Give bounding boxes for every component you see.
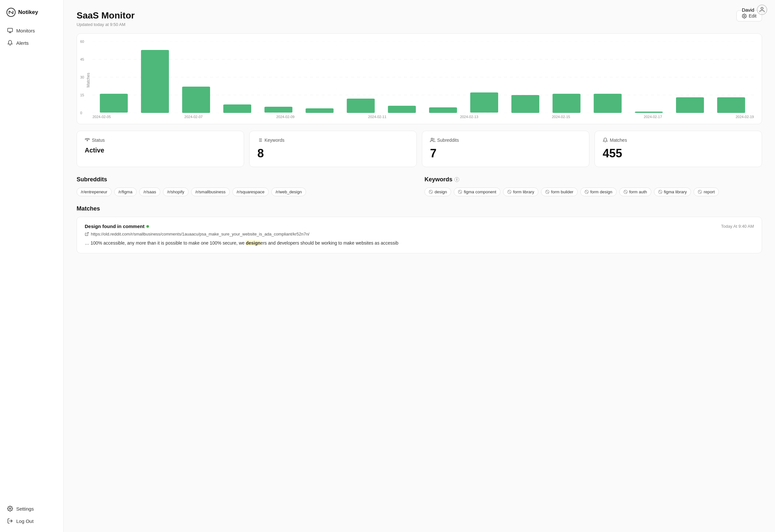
svg-line-26 bbox=[508, 191, 511, 193]
subreddit-tag-6: /r/web_design bbox=[271, 187, 306, 196]
page-header: SaaS Monitor Updated today at 9:50 AM Ed… bbox=[77, 10, 762, 27]
keywords-info-icon[interactable]: i bbox=[454, 177, 459, 182]
keyword-tag-2: form library bbox=[503, 187, 539, 196]
x-label-6: 2024-02-15 bbox=[552, 115, 570, 119]
user-name: David bbox=[742, 7, 754, 13]
bar-5 bbox=[264, 107, 292, 113]
page-subtitle: Updated today at 9:50 AM bbox=[77, 22, 135, 27]
svg-line-24 bbox=[459, 191, 462, 193]
bar-16 bbox=[717, 97, 745, 113]
ban-icon-5 bbox=[624, 190, 628, 194]
stat-label-status: Status bbox=[85, 138, 236, 143]
match-dot-0 bbox=[146, 225, 149, 228]
keywords-tags: design figma component form library form… bbox=[425, 187, 762, 196]
y-tick-45: 45 bbox=[80, 57, 84, 61]
bar-10 bbox=[470, 92, 498, 113]
bar-12 bbox=[553, 94, 581, 113]
stat-card-subreddits: Subreddits 7 bbox=[422, 131, 589, 167]
page-title: SaaS Monitor bbox=[77, 10, 135, 21]
sidebar-nav: Monitors Alerts bbox=[0, 25, 63, 503]
stat-value-matches: 455 bbox=[603, 147, 754, 160]
bar-6 bbox=[306, 108, 333, 113]
svg-line-30 bbox=[585, 191, 588, 193]
sidebar-item-monitors-label: Monitors bbox=[16, 28, 35, 33]
sidebar-item-alerts[interactable]: Alerts bbox=[3, 37, 60, 49]
monitor-icon bbox=[7, 28, 13, 33]
gear-icon bbox=[7, 506, 13, 512]
x-label-1: 2024-02-05 bbox=[92, 115, 111, 119]
svg-rect-1 bbox=[8, 28, 13, 32]
bar-15 bbox=[676, 97, 704, 113]
x-axis-labels: 2024-02-05 2024-02-07 2024-02-09 2024-02… bbox=[92, 113, 754, 119]
bar-14 bbox=[635, 112, 663, 113]
subreddits-section: Subreddits /r/entrepeneur /r/figma /r/sa… bbox=[77, 176, 414, 196]
bar-8 bbox=[388, 106, 416, 113]
stat-value-keywords: 8 bbox=[257, 147, 409, 160]
subreddits-keywords-section: Subreddits /r/entrepeneur /r/figma /r/sa… bbox=[77, 176, 762, 196]
ban-icon-1 bbox=[458, 190, 462, 194]
svg-point-13 bbox=[87, 140, 88, 141]
x-label-2: 2024-02-07 bbox=[184, 115, 202, 119]
match-type-0: Design found in comment bbox=[85, 224, 149, 229]
sidebar-item-monitors[interactable]: Monitors bbox=[3, 25, 60, 36]
bell-icon bbox=[7, 40, 13, 46]
subreddit-tag-3: /r/shopify bbox=[163, 187, 188, 196]
svg-line-28 bbox=[546, 191, 549, 193]
stat-label-matches: Matches bbox=[603, 138, 754, 143]
user-menu[interactable]: David bbox=[742, 5, 767, 15]
svg-point-4 bbox=[9, 508, 11, 510]
bar-7 bbox=[346, 99, 374, 113]
keyword-tag-7: report bbox=[694, 187, 719, 196]
bar-1 bbox=[100, 94, 128, 113]
subreddits-tags: /r/entrepeneur /r/figma /r/saas /r/shopi… bbox=[77, 187, 414, 196]
x-label-3: 2024-02-09 bbox=[276, 115, 294, 119]
page-header-left: SaaS Monitor Updated today at 9:50 AM bbox=[77, 10, 135, 27]
ban-icon-7 bbox=[698, 190, 702, 194]
match-time-0: Today At 9:40 AM bbox=[721, 224, 754, 229]
y-axis-label: Matches bbox=[86, 73, 91, 87]
bar-chart bbox=[92, 42, 754, 113]
keyword-tag-6: figma library bbox=[654, 187, 691, 196]
matches-section: Matches Design found in comment Today At… bbox=[77, 205, 762, 253]
svg-point-6 bbox=[761, 7, 763, 10]
keyword-tag-1: figma component bbox=[454, 187, 501, 196]
keyword-tag-0: design bbox=[425, 187, 451, 196]
sidebar: Notikey Monitors Alerts Settings Log bbox=[0, 0, 64, 532]
signal-icon bbox=[85, 138, 90, 143]
ban-icon-4 bbox=[585, 190, 589, 194]
match-card-0: Design found in comment Today At 9:40 AM… bbox=[77, 217, 762, 253]
ban-icon-0 bbox=[429, 190, 433, 194]
app-name: Notikey bbox=[18, 9, 38, 16]
subreddits-title: Subreddits bbox=[77, 176, 414, 183]
subreddit-tag-5: /r/squarespace bbox=[232, 187, 269, 196]
subreddit-tag-4: /r/smallbusiness bbox=[191, 187, 230, 196]
users-icon bbox=[430, 138, 435, 143]
ban-icon-2 bbox=[507, 190, 512, 194]
bar-11 bbox=[512, 95, 539, 113]
match-text-0: … 100% accessible, any more than it is p… bbox=[85, 240, 754, 247]
link-icon bbox=[85, 232, 89, 236]
match-url-0[interactable]: https://old.reddit.com/r/smallbusiness/c… bbox=[85, 232, 754, 236]
match-highlight-0: design bbox=[246, 240, 260, 246]
bar-2 bbox=[141, 50, 169, 113]
keywords-title: Keywords i bbox=[425, 176, 762, 183]
app-logo: Notikey bbox=[0, 5, 63, 25]
match-text-after-0: ers and developers should be working to … bbox=[260, 240, 399, 246]
svg-line-36 bbox=[699, 191, 701, 193]
list-icon bbox=[257, 138, 262, 143]
stat-value-subreddits: 7 bbox=[430, 147, 581, 160]
match-url-text-0: https://old.reddit.com/r/smallbusiness/c… bbox=[91, 232, 309, 236]
ban-icon-3 bbox=[545, 190, 550, 194]
stat-value-status: Active bbox=[85, 147, 236, 154]
logout-icon bbox=[7, 518, 13, 524]
chart-area: 60 45 30 15 0 bbox=[92, 42, 754, 113]
svg-line-34 bbox=[659, 191, 661, 193]
sidebar-item-logout[interactable]: Log Out bbox=[3, 515, 60, 527]
x-label-5: 2024-02-13 bbox=[460, 115, 478, 119]
sidebar-item-alerts-label: Alerts bbox=[16, 40, 29, 46]
sidebar-item-settings[interactable]: Settings bbox=[3, 503, 60, 514]
x-label-4: 2024-02-11 bbox=[368, 115, 386, 119]
subreddit-tag-2: /r/saas bbox=[139, 187, 160, 196]
notikey-logo-icon bbox=[6, 8, 16, 17]
match-header-0: Design found in comment Today At 9:40 AM bbox=[85, 224, 754, 229]
